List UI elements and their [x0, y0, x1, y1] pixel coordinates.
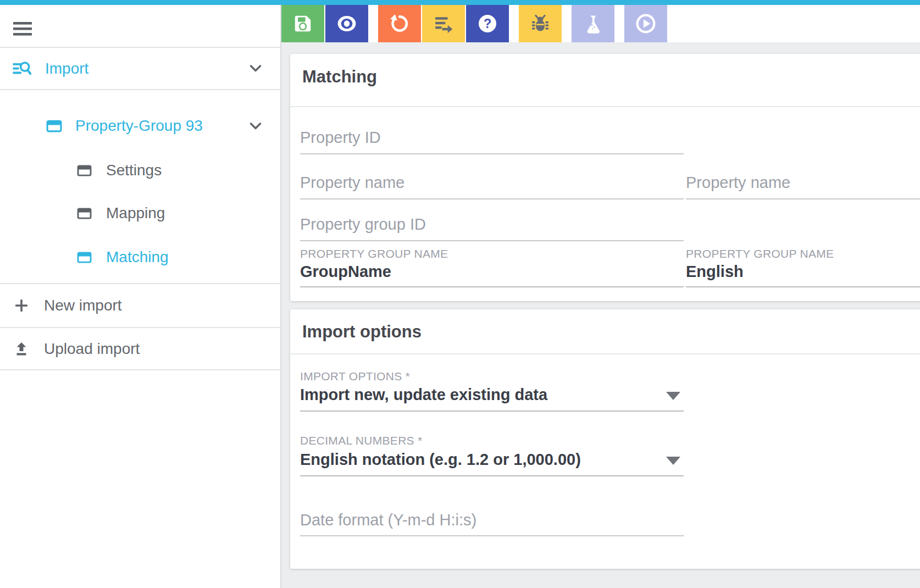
property-id-input[interactable] [300, 129, 684, 147]
main-content: ? [281, 5, 920, 588]
sidebar-item-label: Matching [106, 248, 169, 266]
property-name-right-input[interactable] [686, 174, 920, 192]
test-button[interactable] [572, 5, 614, 42]
sidebar-item-label: Import [45, 60, 88, 77]
sidebar-item-settings[interactable]: Settings [0, 152, 280, 189]
sidebar-item-mapping[interactable]: Mapping [0, 195, 280, 232]
date-format-input[interactable] [300, 511, 684, 529]
chevron-down-icon[interactable] [250, 123, 262, 130]
export-button[interactable] [422, 5, 465, 42]
property-group-name-input[interactable] [300, 263, 684, 281]
upload-icon [13, 341, 30, 357]
save-button[interactable] [281, 5, 324, 42]
decimal-numbers-value: English notation (e.g. 1.2 or 1,000.00) [300, 450, 684, 469]
property-id-field-wrap [300, 129, 684, 154]
menu-toggle-button[interactable] [13, 17, 41, 40]
list-arrow-icon [433, 13, 455, 35]
import-options-card: Import options IMPORT OPTIONS * Import n… [290, 309, 920, 569]
sidebar: Import Property-Group 93 [0, 5, 281, 588]
property-group-name-right-input[interactable] [686, 263, 920, 281]
matching-card: Matching PROPERTY GROUP NAME PROPERTY GR… [290, 54, 920, 301]
window-icon [77, 251, 92, 264]
sidebar-item-matching[interactable]: Matching [0, 238, 280, 276]
date-format-field-wrap [300, 511, 684, 536]
dropdown-arrow-icon[interactable] [666, 392, 680, 400]
property-group-name-field-wrap [300, 263, 684, 287]
sidebar-item-import[interactable]: Import [0, 48, 280, 89]
sidebar-item-label: New import [44, 297, 122, 314]
import-options-select[interactable]: Import new, update existing data [300, 385, 684, 412]
question-mark-icon: ? [476, 13, 498, 35]
card-title: Matching [302, 66, 377, 87]
bug-icon [530, 14, 550, 34]
decimal-numbers-label: DECIMAL NUMBERS * [300, 434, 423, 447]
import-options-value: Import new, update existing data [300, 385, 684, 404]
svg-text:?: ? [484, 16, 491, 31]
help-button[interactable]: ? [466, 5, 509, 42]
property-name-input[interactable] [300, 174, 684, 192]
debug-button[interactable] [519, 5, 562, 42]
window-icon [77, 207, 92, 220]
property-group-name-label: PROPERTY GROUP NAME [300, 247, 448, 260]
toolbar: ? [281, 5, 920, 42]
card-title: Import options [302, 321, 422, 342]
sidebar-divider [0, 369, 280, 370]
hamburger-icon [13, 22, 32, 36]
sidebar-item-label: Property-Group 93 [75, 117, 203, 135]
chevron-down-icon[interactable] [250, 65, 262, 72]
import-options-label: IMPORT OPTIONS * [300, 370, 410, 383]
plus-icon [13, 297, 30, 314]
play-circle-icon [635, 13, 657, 35]
top-accent-bar [0, 0, 920, 5]
window-icon [77, 164, 92, 177]
property-name-field-wrap [300, 174, 684, 199]
undo-arrow-icon [389, 13, 410, 34]
card-header-divider [290, 353, 920, 354]
run-button[interactable] [624, 5, 667, 42]
search-list-icon [11, 58, 32, 79]
sidebar-item-label: Mapping [106, 204, 165, 222]
window-icon [46, 119, 62, 133]
property-group-id-field-wrap [300, 215, 684, 241]
sidebar-item-upload-import[interactable]: Upload import [0, 328, 280, 369]
floppy-disk-icon [292, 13, 313, 34]
preview-button[interactable] [325, 5, 368, 42]
sidebar-divider [0, 89, 280, 90]
sidebar-item-property-group-93[interactable]: Property-Group 93 [0, 107, 280, 145]
sidebar-item-label: Upload import [44, 340, 140, 358]
eye-icon [336, 13, 358, 35]
property-group-id-input[interactable] [300, 215, 684, 234]
property-group-name-right-label: PROPERTY GROUP NAME [686, 247, 834, 260]
sidebar-item-new-import[interactable]: New import [0, 284, 280, 327]
decimal-numbers-select[interactable]: English notation (e.g. 1.2 or 1,000.00) [300, 450, 684, 476]
property-name-right-field-wrap [686, 174, 920, 199]
card-header-divider [290, 106, 920, 107]
sidebar-item-label: Settings [106, 162, 162, 179]
undo-button[interactable] [378, 5, 421, 42]
app-window: Import Property-Group 93 [0, 0, 920, 588]
property-group-name-right-field-wrap [686, 263, 920, 287]
dropdown-arrow-icon[interactable] [666, 457, 680, 465]
flask-icon [583, 13, 603, 34]
